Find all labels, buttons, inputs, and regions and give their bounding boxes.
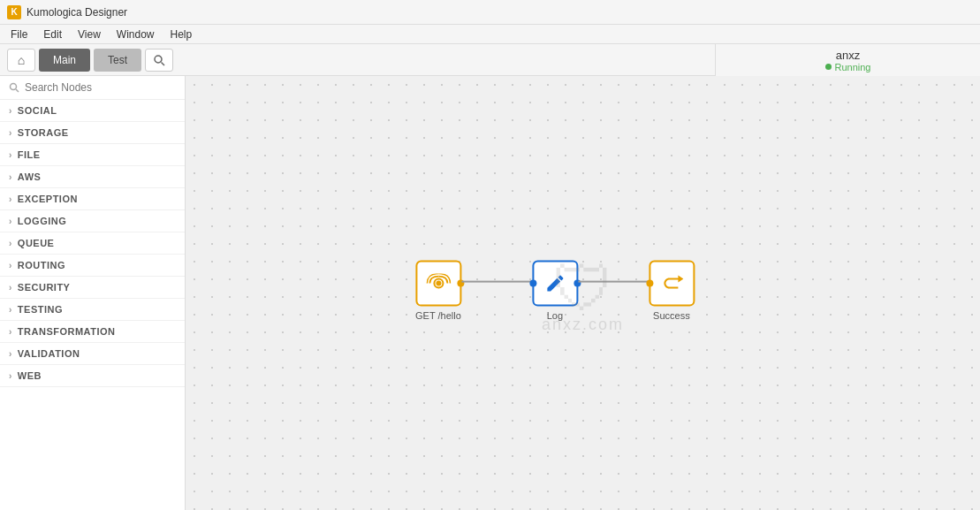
sidebar: ›SOCIAL›STORAGE›FILE›AWS›EXCEPTION›LOGGI…: [0, 76, 186, 510]
connector-line-2: [578, 280, 649, 282]
svg-point-0: [155, 56, 162, 63]
connector-line-1: [461, 280, 532, 282]
sidebar-item-file[interactable]: ›FILE: [0, 144, 185, 166]
sidebar-item-validation[interactable]: ›VALIDATION: [0, 343, 185, 365]
main-content: ›SOCIAL›STORAGE›FILE›AWS›EXCEPTION›LOGGI…: [0, 76, 980, 510]
chevron-icon: ›: [9, 106, 12, 116]
sidebar-item-social[interactable]: ›SOCIAL: [0, 100, 185, 122]
canvas[interactable]: GET /hello Log: [186, 76, 980, 510]
status-dot: [825, 64, 832, 70]
status-name: anxz: [836, 49, 860, 62]
chevron-icon: ›: [9, 150, 12, 160]
chevron-icon: ›: [9, 305, 12, 315]
node-box-log[interactable]: [532, 260, 578, 306]
search-input[interactable]: [25, 81, 176, 94]
sidebar-item-storage[interactable]: ›STORAGE: [0, 122, 185, 144]
search-icon: [153, 54, 165, 66]
menu-help[interactable]: Help: [163, 27, 200, 42]
menu-bar: File Edit View Window Help: [0, 25, 980, 44]
chevron-icon: ›: [9, 349, 12, 359]
sidebar-list: ›SOCIAL›STORAGE›FILE›AWS›EXCEPTION›LOGGI…: [0, 100, 185, 510]
radio-icon: [425, 273, 452, 293]
return-icon: [660, 272, 683, 293]
svg-line-1: [162, 62, 165, 65]
chevron-icon: ›: [9, 217, 12, 226]
sidebar-item-web[interactable]: ›WEB: [0, 365, 185, 387]
app-title: Kumologica Designer: [27, 6, 127, 19]
toolbar: ⌂ Main Test anxz Running: [0, 44, 980, 76]
node-get-hello[interactable]: GET /hello: [415, 260, 461, 320]
menu-file[interactable]: File: [4, 27, 34, 42]
chevron-icon: ›: [9, 261, 12, 270]
search-button[interactable]: [145, 49, 173, 72]
tab-test[interactable]: Test: [94, 49, 141, 72]
app-icon: K: [7, 5, 21, 19]
chevron-icon: ›: [9, 239, 12, 248]
sidebar-item-queue[interactable]: ›QUEUE: [0, 232, 185, 255]
svg-line-3: [16, 89, 19, 92]
chevron-icon: ›: [9, 194, 12, 204]
flow-container: GET /hello Log: [415, 260, 695, 320]
sidebar-item-routing[interactable]: ›ROUTING: [0, 255, 185, 277]
chevron-icon: ›: [9, 371, 12, 381]
svg-point-5: [436, 280, 441, 285]
sidebar-item-exception[interactable]: ›EXCEPTION: [0, 188, 185, 210]
chevron-icon: ›: [9, 283, 12, 293]
node-box-success[interactable]: [649, 260, 695, 306]
menu-view[interactable]: View: [71, 27, 108, 42]
chevron-icon: ›: [9, 172, 12, 182]
sidebar-item-aws[interactable]: ›AWS: [0, 166, 185, 188]
home-button[interactable]: ⌂: [7, 49, 35, 72]
sidebar-item-transformation[interactable]: ›TRANSFORMATION: [0, 321, 185, 343]
menu-edit[interactable]: Edit: [36, 27, 69, 42]
node-label-get-hello: GET /hello: [415, 309, 461, 320]
node-label-success: Success: [653, 309, 690, 320]
node-log[interactable]: Log: [532, 260, 578, 320]
chevron-icon: ›: [9, 128, 12, 138]
status-running: Running: [825, 62, 871, 72]
connector-left-success: [646, 279, 653, 286]
chevron-icon: ›: [9, 327, 12, 337]
connector-left-log: [529, 279, 536, 286]
node-box-get-hello[interactable]: [415, 260, 461, 306]
title-bar: K Kumologica Designer: [0, 0, 980, 25]
sidebar-search-icon: [9, 82, 19, 93]
search-nodes-container: [0, 76, 185, 100]
sidebar-item-testing[interactable]: ›TESTING: [0, 299, 185, 321]
node-success[interactable]: Success: [649, 260, 695, 320]
sidebar-item-logging[interactable]: ›LOGGING: [0, 210, 185, 232]
menu-window[interactable]: Window: [110, 27, 162, 42]
pencil-icon: [544, 272, 566, 293]
sidebar-item-security[interactable]: ›SECURITY: [0, 277, 185, 299]
node-label-log: Log: [547, 309, 563, 320]
svg-point-2: [11, 84, 17, 90]
status-area: anxz Running: [715, 44, 980, 76]
tab-main[interactable]: Main: [39, 49, 90, 72]
